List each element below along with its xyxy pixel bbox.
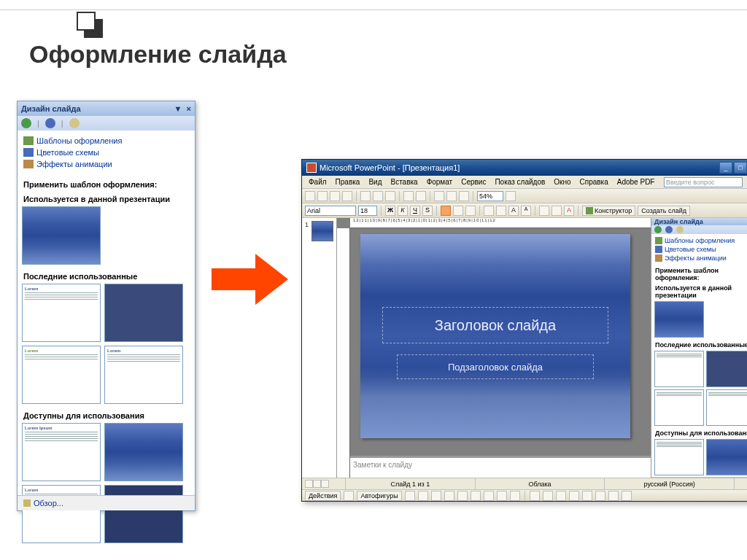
- close-icon[interactable]: ×: [187, 104, 191, 113]
- option-color-schemes[interactable]: Цветовые схемы: [23, 147, 189, 158]
- select-icon[interactable]: [344, 491, 354, 501]
- tp-option-animation[interactable]: Эффекты анимации: [655, 254, 747, 262]
- sorter-view-icon[interactable]: [313, 480, 321, 488]
- home-icon[interactable]: [69, 118, 80, 128]
- undo-icon[interactable]: [403, 191, 414, 201]
- template-thumb[interactable]: [104, 423, 183, 481]
- template-thumb[interactable]: Lorem Ipsum: [22, 423, 101, 481]
- forward-icon[interactable]: [45, 118, 55, 128]
- oval-icon[interactable]: [444, 491, 454, 501]
- fontsize-combo[interactable]: 18: [358, 206, 377, 216]
- numbering-icon[interactable]: [496, 206, 506, 216]
- font-color-icon[interactable]: A: [564, 206, 574, 216]
- 3d-style-icon[interactable]: [622, 491, 632, 501]
- draw-actions-button[interactable]: Действия: [305, 491, 341, 501]
- menu-edit[interactable]: Правка: [332, 177, 364, 187]
- slide-title-placeholder[interactable]: Заголовок слайда: [382, 307, 608, 343]
- autoshapes-button[interactable]: Автофигуры: [357, 491, 401, 501]
- rectangle-icon[interactable]: [431, 491, 441, 501]
- hyperlink-icon[interactable]: [459, 191, 469, 201]
- slide-subtitle-placeholder[interactable]: Подзаголовок слайда: [397, 354, 594, 379]
- help-search-input[interactable]: [664, 177, 743, 187]
- menu-file[interactable]: Файл: [305, 177, 330, 187]
- template-thumb[interactable]: Lorem: [22, 485, 101, 543]
- font-combo[interactable]: Arial: [305, 206, 356, 216]
- shadow-style-icon[interactable]: [608, 491, 619, 501]
- template-thumb[interactable]: [706, 389, 747, 426]
- minimize-button[interactable]: _: [719, 162, 732, 174]
- slideshow-view-icon[interactable]: [321, 480, 329, 488]
- tp-option-colors[interactable]: Цветовые схемы: [655, 245, 747, 254]
- template-thumb[interactable]: [104, 485, 183, 543]
- diagram-icon[interactable]: [484, 491, 494, 501]
- tp-option-templates[interactable]: Шаблоны оформления: [655, 236, 747, 245]
- increase-font-icon[interactable]: A: [508, 206, 519, 216]
- arrow-icon[interactable]: [418, 491, 428, 501]
- new-icon[interactable]: [305, 191, 315, 201]
- slide-canvas[interactable]: Заголовок слайда Подзаголовок слайда: [360, 234, 630, 438]
- picture-icon[interactable]: [510, 491, 520, 501]
- save-icon[interactable]: [330, 191, 340, 201]
- align-right-icon[interactable]: [465, 206, 476, 216]
- menu-tools[interactable]: Сервис: [457, 177, 489, 187]
- menu-slideshow[interactable]: Показ слайдов: [491, 177, 549, 187]
- font-color-icon[interactable]: [556, 491, 566, 501]
- paste-icon[interactable]: [385, 191, 395, 201]
- fill-color-icon[interactable]: [530, 491, 540, 501]
- shadow-icon[interactable]: S: [422, 206, 433, 216]
- menu-help[interactable]: Справка: [576, 177, 612, 187]
- template-thumb[interactable]: [654, 389, 704, 426]
- cut-icon[interactable]: [360, 191, 371, 201]
- print-icon[interactable]: [342, 191, 352, 201]
- template-thumb[interactable]: Lorem: [22, 284, 101, 342]
- line-color-icon[interactable]: [543, 491, 553, 501]
- template-thumb[interactable]: Lorem: [22, 346, 101, 404]
- template-thumb[interactable]: [706, 439, 747, 475]
- menu-window[interactable]: Окно: [550, 177, 574, 187]
- clipart-icon[interactable]: [497, 491, 507, 501]
- designer-button[interactable]: Конструктор: [582, 206, 635, 216]
- new-slide-button[interactable]: Создать слайд: [638, 206, 690, 216]
- normal-view-icon[interactable]: [305, 480, 313, 488]
- chart-icon[interactable]: [434, 191, 444, 201]
- dropdown-icon[interactable]: ▼: [174, 104, 182, 113]
- align-center-icon[interactable]: [453, 206, 463, 216]
- menu-format[interactable]: Формат: [423, 177, 457, 187]
- line-icon[interactable]: [405, 491, 415, 501]
- decrease-indent-icon[interactable]: [539, 206, 549, 216]
- option-templates[interactable]: Шаблоны оформления: [23, 135, 189, 147]
- arrow-style-icon[interactable]: [595, 491, 605, 501]
- line-style-icon[interactable]: [569, 491, 579, 501]
- template-thumb[interactable]: [706, 351, 747, 387]
- help-icon[interactable]: [506, 191, 516, 201]
- italic-icon[interactable]: К: [398, 206, 408, 216]
- underline-icon[interactable]: Ч: [410, 206, 420, 216]
- slide-thumbnail[interactable]: [311, 221, 333, 241]
- menu-adobe-pdf[interactable]: Adobe PDF: [614, 177, 659, 187]
- bullets-icon[interactable]: [484, 206, 494, 216]
- home-icon[interactable]: [676, 226, 684, 233]
- template-thumb[interactable]: [104, 284, 183, 342]
- wordart-icon[interactable]: [471, 491, 481, 501]
- option-animation[interactable]: Эффекты анимации: [23, 158, 189, 170]
- bold-icon[interactable]: Ж: [385, 206, 395, 216]
- copy-icon[interactable]: [373, 191, 383, 201]
- align-left-icon[interactable]: [441, 206, 451, 216]
- template-thumb[interactable]: Lorem: [104, 346, 183, 404]
- dash-style-icon[interactable]: [582, 491, 592, 501]
- redo-icon[interactable]: [416, 191, 426, 201]
- notes-pane[interactable]: Заметки к слайду: [350, 456, 651, 478]
- template-thumb[interactable]: [654, 351, 704, 387]
- textbox-icon[interactable]: [457, 491, 468, 501]
- forward-icon[interactable]: [665, 226, 673, 233]
- table-icon[interactable]: [446, 191, 457, 201]
- menu-view[interactable]: Вид: [365, 177, 385, 187]
- menu-insert[interactable]: Вставка: [387, 177, 421, 187]
- increase-indent-icon[interactable]: [551, 206, 562, 216]
- open-icon[interactable]: [317, 191, 328, 201]
- maximize-button[interactable]: □: [734, 162, 747, 174]
- browse-link[interactable]: Обзор...: [18, 495, 195, 510]
- template-thumb[interactable]: [654, 301, 704, 338]
- back-icon[interactable]: [654, 226, 662, 233]
- template-thumb[interactable]: [22, 206, 101, 265]
